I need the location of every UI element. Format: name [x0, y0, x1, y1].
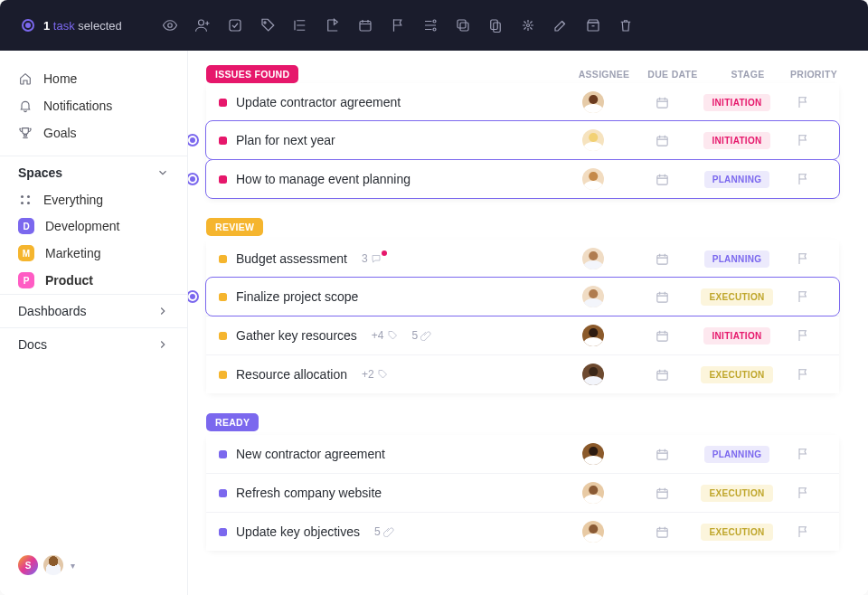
dependencies-icon[interactable] [518, 15, 538, 35]
space-marketing[interactable]: MMarketing [0, 240, 187, 267]
status-square-icon[interactable] [219, 489, 227, 497]
stage-badge[interactable]: EXECUTION [701, 524, 772, 541]
status-square-icon[interactable] [219, 99, 227, 107]
svg-point-3 [264, 22, 266, 24]
due-date-cell[interactable] [627, 133, 696, 148]
watch-icon[interactable] [160, 15, 180, 35]
due-date-cell[interactable] [627, 172, 696, 187]
set-fields-icon[interactable] [420, 15, 440, 35]
assignee-avatar[interactable] [582, 364, 604, 385]
stage-badge[interactable]: EXECUTION [701, 485, 772, 502]
subtask-icon[interactable] [290, 15, 310, 35]
status-square-icon[interactable] [219, 371, 227, 379]
assignee-avatar[interactable] [582, 129, 604, 151]
move-icon[interactable] [323, 15, 343, 35]
priority-cell[interactable] [778, 95, 828, 109]
edit-icon[interactable] [551, 15, 571, 35]
task-row[interactable]: Plan for next yearINITIATION [205, 120, 840, 160]
status-square-icon[interactable] [219, 293, 227, 301]
assign-icon[interactable] [193, 15, 212, 35]
due-date-cell[interactable] [627, 367, 696, 382]
priority-cell[interactable] [778, 289, 828, 304]
status-square-icon[interactable] [219, 137, 227, 145]
status-square-icon[interactable] [219, 175, 227, 184]
due-date-icon[interactable] [355, 15, 375, 35]
priority-cell[interactable] [778, 172, 828, 186]
nav-dashboards[interactable]: Dashboards [0, 294, 187, 327]
assignee-avatar[interactable] [582, 482, 604, 504]
stage-badge[interactable]: EXECUTION [701, 366, 772, 383]
priority-cell[interactable] [778, 486, 828, 500]
task-row[interactable]: Finalize project scopeEXECUTION [205, 277, 840, 316]
assignee-avatar[interactable] [582, 521, 604, 543]
stage-badge[interactable]: PLANNING [704, 171, 770, 188]
task-meta[interactable]: 3 [362, 252, 390, 265]
due-date-cell[interactable] [627, 95, 696, 110]
space-product[interactable]: PProduct [0, 267, 187, 294]
assignee-avatar[interactable] [582, 325, 604, 346]
task-row[interactable]: Update key objectives5 EXECUTION [206, 512, 839, 551]
spaces-header[interactable]: Spaces [0, 156, 187, 187]
nav-goals[interactable]: Goals [0, 119, 187, 146]
stage-badge[interactable]: EXECUTION [701, 288, 772, 306]
tag-icon[interactable] [258, 15, 278, 35]
priority-cell[interactable] [778, 524, 828, 539]
due-date-cell[interactable] [627, 289, 696, 305]
nav-docs[interactable]: Docs [0, 327, 187, 361]
status-square-icon[interactable] [219, 332, 227, 340]
selection-dot-icon[interactable] [188, 134, 199, 146]
task-meta[interactable]: +4 [372, 329, 398, 342]
space-everything[interactable]: Everything [0, 187, 187, 212]
status-square-icon[interactable] [219, 450, 227, 458]
task-row[interactable]: Resource allocation+2 EXECUTION [206, 354, 839, 393]
nav-notifications[interactable]: Notifications [0, 92, 187, 119]
due-date-cell[interactable] [627, 524, 696, 540]
assignee-avatar[interactable] [582, 91, 604, 113]
copy-icon[interactable] [453, 15, 473, 35]
task-row[interactable]: Refresh company websiteEXECUTION [206, 473, 839, 512]
due-date-cell[interactable] [627, 486, 696, 501]
status-icon[interactable] [225, 15, 245, 35]
priority-cell[interactable] [778, 367, 828, 382]
user-switcher[interactable]: S ▾ [0, 555, 187, 584]
task-meta[interactable]: +2 [362, 368, 388, 381]
priority-cell[interactable] [778, 133, 828, 147]
stage-badge[interactable]: PLANNING [704, 446, 770, 463]
priority-cell[interactable] [778, 447, 828, 461]
assignee-avatar[interactable] [582, 286, 604, 307]
task-meta[interactable]: 5 [412, 329, 432, 342]
stage-badge[interactable]: INITIATION [703, 132, 769, 149]
task-row[interactable]: Budget assessment3 PLANNING [206, 240, 839, 278]
assignee-avatar[interactable] [582, 248, 604, 269]
selection-indicator-icon [22, 19, 34, 32]
assignee-avatar[interactable] [582, 168, 604, 190]
space-development[interactable]: DDevelopment [0, 212, 187, 240]
selection-dot-icon[interactable] [188, 173, 199, 185]
task-meta[interactable]: 5 [374, 525, 394, 538]
task-title: Finalize project scope [236, 289, 358, 304]
status-square-icon[interactable] [219, 255, 227, 263]
task-row[interactable]: New contractor agreementPLANNING [206, 435, 839, 473]
priority-flag-icon[interactable] [388, 15, 408, 35]
status-pill[interactable]: REVIEW [206, 218, 263, 236]
delete-icon[interactable] [616, 15, 636, 35]
due-date-cell[interactable] [627, 447, 696, 462]
nav-home[interactable]: Home [0, 65, 187, 92]
stage-badge[interactable]: INITIATION [703, 94, 769, 111]
priority-cell[interactable] [778, 328, 828, 343]
archive-icon[interactable] [583, 15, 603, 35]
due-date-cell[interactable] [627, 251, 696, 267]
stage-badge[interactable]: INITIATION [703, 327, 769, 345]
task-row[interactable]: How to manage event planningPLANNING [205, 159, 840, 199]
status-pill[interactable]: ISSUES FOUND [206, 65, 298, 83]
assignee-avatar[interactable] [582, 443, 604, 465]
task-row[interactable]: Gather key resources+4 5 INITIATION [206, 316, 839, 354]
status-pill[interactable]: READY [206, 413, 259, 431]
selection-dot-icon[interactable] [188, 290, 199, 303]
priority-cell[interactable] [778, 251, 828, 266]
stage-badge[interactable]: PLANNING [704, 250, 770, 268]
task-row[interactable]: Update contractor agreementINITIATION [206, 83, 839, 121]
due-date-cell[interactable] [627, 328, 696, 344]
status-square-icon[interactable] [219, 528, 227, 536]
duplicate-icon[interactable] [486, 15, 505, 35]
